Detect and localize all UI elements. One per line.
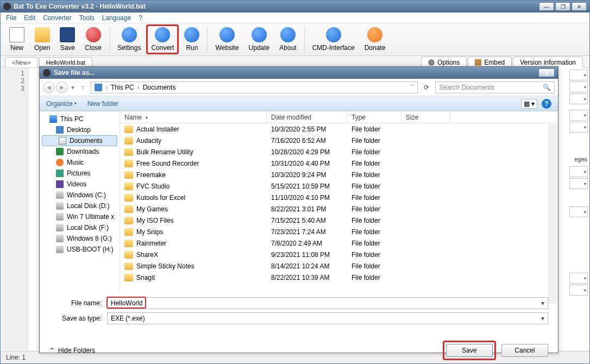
cancel-button[interactable]: Cancel: [501, 344, 548, 357]
save-button[interactable]: Save: [446, 344, 493, 357]
tree-item-pictures[interactable]: Pictures: [40, 168, 120, 179]
run-button[interactable]: Run: [180, 26, 204, 53]
this-pc-icon: [95, 84, 102, 91]
donate-icon: [367, 27, 382, 42]
music-icon: [56, 159, 64, 166]
side-dropdown[interactable]: [569, 93, 588, 104]
dialog-close-button[interactable]: ✕: [538, 68, 555, 77]
close-button[interactable]: Close: [80, 26, 106, 53]
side-dropdown[interactable]: [569, 178, 588, 189]
run-icon: [184, 27, 199, 42]
refresh-button[interactable]: ⟳: [421, 82, 432, 93]
side-dropdown[interactable]: [569, 285, 588, 296]
column-date[interactable]: Date modified: [267, 111, 347, 123]
open-button[interactable]: Open: [30, 26, 54, 53]
maximize-button[interactable]: ❐: [555, 2, 570, 11]
list-item[interactable]: Audacity7/16/2020 6:52 AMFile folder: [120, 135, 558, 146]
title-bar: Bat To Exe Converter v3.2 - HelloWorld.b…: [1, 1, 589, 12]
tree-item-windows-c-[interactable]: Windows (C:): [40, 190, 120, 200]
column-type[interactable]: Type: [347, 111, 401, 123]
list-item[interactable]: FVC Studio5/15/2021 10:59 PMFile folder: [120, 180, 558, 192]
tree-item-local-disk-d-[interactable]: Local Disk (D:): [40, 200, 120, 211]
back-button[interactable]: ◄: [43, 81, 55, 93]
tree-item-music[interactable]: Music: [40, 157, 120, 168]
organize-menu[interactable]: Organize: [46, 100, 77, 108]
saveas-value: EXE (*.exe): [111, 315, 145, 322]
tree-item-documents[interactable]: Documents: [42, 135, 117, 146]
column-size[interactable]: Size: [401, 111, 450, 123]
list-item[interactable]: My Snips7/23/2021 7:24 AMFile folder: [120, 226, 558, 237]
pc-icon: [49, 115, 57, 123]
help-button[interactable]: ?: [542, 99, 551, 109]
side-dropdown[interactable]: [569, 122, 588, 133]
tree-item-usb-boot-h-[interactable]: USB-BOOT (H:): [40, 244, 120, 255]
scrollbar[interactable]: [549, 124, 557, 304]
tree-item-desktop[interactable]: Desktop: [40, 124, 120, 135]
convert-icon: [155, 27, 170, 42]
list-item[interactable]: Free Sound Recorder10/31/2020 4:40 PMFil…: [120, 158, 558, 169]
breadcrumb-item[interactable]: This PC: [111, 84, 134, 91]
settings-button[interactable]: Settings: [113, 26, 145, 53]
website-button[interactable]: Website: [211, 26, 243, 53]
open-icon: [35, 27, 50, 42]
menu-?[interactable]: ?: [139, 14, 142, 22]
toolbar-label: Convert: [151, 44, 174, 52]
list-item[interactable]: Actual Installer10/3/2020 2:55 PMFile fo…: [120, 123, 558, 135]
list-item[interactable]: My Games8/22/2021 3:01 PMFile folder: [120, 203, 558, 215]
side-dropdown[interactable]: [569, 206, 588, 217]
search-input[interactable]: Search Documents: [435, 81, 555, 93]
list-item[interactable]: ShareX9/23/2021 11:08 PMFile folder: [120, 249, 558, 260]
saveas-type-select[interactable]: EXE (*.exe): [107, 312, 548, 324]
side-dropdown[interactable]: [569, 273, 588, 284]
line-number: 2: [2, 77, 24, 85]
filename-input[interactable]: HelloWorld: [107, 297, 548, 309]
minimize-button[interactable]: —: [539, 2, 554, 11]
menu-file[interactable]: File: [6, 14, 16, 22]
toolbar-separator: [207, 27, 208, 53]
list-item[interactable]: Simple Sticky Notes8/14/2021 10:24 AMFil…: [120, 260, 558, 272]
tree-item-windows-8-g-[interactable]: Windows 8 (G:): [40, 233, 120, 244]
folder-icon: [124, 171, 133, 179]
tree-item-videos[interactable]: Videos: [40, 179, 120, 190]
menu-language[interactable]: Language: [102, 14, 131, 22]
list-item[interactable]: My ISO Files7/15/2021 5:40 AMFile folder: [120, 215, 558, 226]
close-button[interactable]: ✕: [572, 2, 587, 11]
tree-item-this-pc[interactable]: This PC: [40, 114, 120, 124]
breadcrumb-item[interactable]: Documents: [143, 84, 176, 91]
gear-icon: [428, 59, 435, 66]
column-name[interactable]: Name ▴: [120, 111, 267, 123]
hide-folders-toggle[interactable]: Hide Folders: [49, 347, 95, 354]
toolbar-label: About: [279, 44, 296, 52]
truncated-label: eges: [574, 156, 587, 162]
cmd-interface-button[interactable]: CMD-Interface: [308, 26, 359, 53]
convert-button[interactable]: Convert: [146, 24, 179, 54]
donate-button[interactable]: Donate: [360, 26, 390, 53]
side-dropdown[interactable]: [569, 81, 588, 92]
toolbar-label: Website: [215, 44, 238, 52]
dialog-title: Save file as...: [54, 69, 538, 77]
new-tab[interactable]: <New>: [5, 57, 38, 67]
menu-edit[interactable]: Edit: [24, 14, 35, 22]
side-dropdown[interactable]: [569, 110, 588, 121]
update-button[interactable]: Update: [244, 26, 274, 53]
view-button[interactable]: ▦ ▾: [521, 99, 537, 109]
tree-item-local-disk-f-[interactable]: Local Disk (F:): [40, 222, 120, 233]
forward-button[interactable]: ►: [56, 81, 68, 93]
address-bar[interactable]: › This PC › Documents ˅: [91, 81, 418, 93]
side-dropdown[interactable]: [569, 166, 588, 177]
tree-item-win-7-ultimate-x[interactable]: Win 7 Ultimate x: [40, 211, 120, 222]
list-item[interactable]: Rainmeter7/8/2020 2:49 AMFile folder: [120, 237, 558, 249]
list-item[interactable]: Bulk Rename Utility10/28/2020 4:29 PMFil…: [120, 146, 558, 158]
menu-converter[interactable]: Converter: [43, 14, 72, 22]
list-item[interactable]: Freemake10/3/2020 9:24 PMFile folder: [120, 169, 558, 180]
about-button[interactable]: About: [275, 26, 300, 53]
new-folder-button[interactable]: New folder: [87, 100, 118, 108]
menu-tools[interactable]: Tools: [79, 14, 95, 22]
tree-item-downloads[interactable]: Downloads: [40, 146, 120, 157]
new-button[interactable]: New: [5, 26, 29, 53]
list-item[interactable]: Kutools for Excel11/10/2020 4:10 PMFile …: [120, 192, 558, 203]
save-button[interactable]: Save: [55, 26, 79, 53]
up-button[interactable]: ↑: [78, 83, 87, 92]
list-item[interactable]: Snagit8/22/2021 10:39 AMFile folder: [120, 272, 558, 283]
side-dropdown[interactable]: [569, 70, 588, 80]
